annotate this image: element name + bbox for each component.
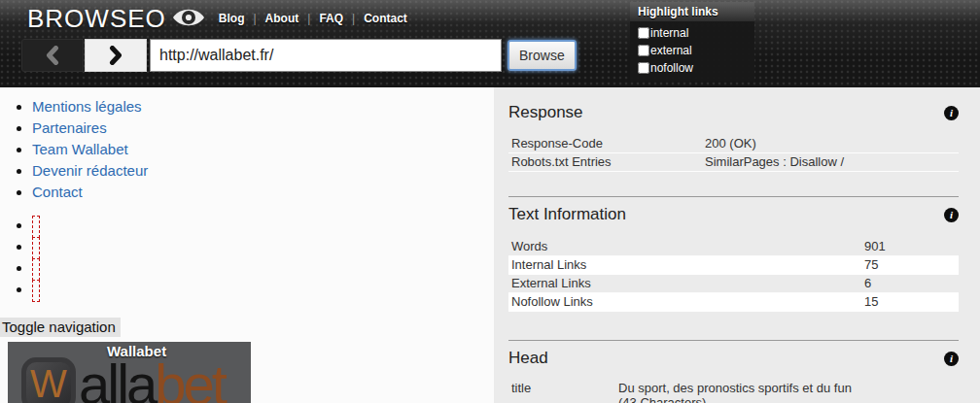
preview-link-mentions-legales[interactable]: Mentions légales [32,98,142,115]
nav-link-about[interactable]: About [265,12,299,25]
section-title-head: Head [508,349,548,368]
list-item: Partenaires [32,120,494,135]
nav-link-faq[interactable]: FAQ [319,12,343,25]
row-value: 75 [861,256,959,275]
forward-button[interactable] [85,39,147,72]
row-value: 6 [861,275,959,293]
head-table: title Du sport, des pronostics sportifs … [508,380,959,403]
browse-button[interactable]: Browse [508,40,577,71]
row-label: Internal Links [508,256,861,275]
nofollow-label: nofollow [650,62,693,74]
row-label: Robots.txt Entries [508,153,702,172]
browseo-logo: BROWSEO [27,4,166,34]
highlight-option-external: external [630,39,754,56]
section-divider [508,340,959,341]
nav-separator: | [253,12,256,25]
logo-row: BROWSEO Blog | About | FAQ | Contact [0,0,980,31]
row-label: External Links [508,275,861,293]
info-icon[interactable]: i [944,106,959,120]
back-button[interactable] [21,39,84,72]
table-row: Words 901 [508,238,959,256]
empty-highlighted-link[interactable] [32,280,40,302]
table-row: Robots.txt Entries SimilarPages : Disall… [508,153,959,172]
row-value: Du sport, des pronostics sportifs et du … [615,380,959,403]
preview-link-team-wallabet[interactable]: Team Wallabet [32,141,128,157]
table-row: External Links 6 [508,275,959,293]
wallabet-logo-image: Wallabet W alla bet [8,342,251,403]
empty-highlighted-link[interactable] [32,258,40,281]
head-section-header: Head i [508,349,959,368]
info-icon[interactable]: i [944,208,959,222]
list-item [32,281,494,302]
list-item [32,238,494,259]
wallabet-letters-brown: bet [155,352,225,403]
title-value-line2: (43 Characters) [618,395,956,403]
empty-highlighted-link[interactable] [32,216,40,238]
preview-link-contact[interactable]: Contact [32,184,83,200]
url-toolbar: Browse [0,31,980,72]
top-navigation: Blog | About | FAQ | Contact [219,12,407,25]
main-content: Mentions légales Partenaires Team Wallab… [0,87,980,403]
list-item [32,259,494,281]
nav-separator: | [307,12,310,25]
nofollow-checkbox[interactable] [638,62,649,74]
preview-link-list: Mentions légales Partenaires Team Wallab… [0,99,494,199]
table-row: Internal Links 75 [508,256,959,275]
row-label: Response-Code [508,135,702,153]
external-checkbox[interactable] [638,45,649,56]
list-item [32,217,494,238]
response-section-header: Response i [508,103,959,122]
list-item: Devenir rédacteur [32,163,494,178]
wallabet-wordmark: W alla bet [21,352,225,403]
list-item: Contact [32,185,494,199]
highlight-links-title: Highlight links [630,2,754,21]
info-icon[interactable]: i [944,352,959,366]
table-row: title Du sport, des pronostics sportifs … [508,380,959,403]
chevron-right-icon [108,46,123,65]
highlight-option-nofollow: nofollow [630,56,754,74]
nav-link-contact[interactable]: Contact [364,12,407,25]
title-value-line1: Du sport, des pronostics sportifs et du … [618,381,956,395]
wallabet-letters-dark: alla [79,352,155,403]
row-value: 200 (OK) [702,135,959,153]
seo-report-pane: Response i Response-Code 200 (OK) Robots… [494,87,980,403]
eye-icon [172,7,205,32]
preview-link-partenaires[interactable]: Partenaires [32,119,107,136]
nav-separator: | [352,12,355,25]
row-label: Words [508,238,861,256]
table-row: Nofollow Links 15 [508,293,959,312]
section-title-response: Response [508,103,583,122]
text-information-section-header: Text Information i [508,205,959,224]
chevron-left-icon [45,46,60,65]
internal-checkbox[interactable] [638,27,649,39]
row-label: title [508,380,615,403]
row-label: Nofollow Links [508,293,861,312]
app-header: BROWSEO Blog | About | FAQ | Contact [0,0,980,87]
section-divider [508,196,959,197]
highlight-links-panel: Highlight links internal external nofoll… [630,2,754,82]
toggle-navigation-button[interactable]: Toggle navigation [0,318,121,337]
internal-label: internal [650,27,688,39]
list-item: Team Wallabet [32,142,494,156]
table-row: Response-Code 200 (OK) [508,135,959,153]
wallabet-w-badge: W [21,357,76,403]
row-value: 901 [861,238,959,256]
url-input[interactable] [150,39,502,72]
text-information-table: Words 901 Internal Links 75 External Lin… [508,238,959,312]
nav-link-blog[interactable]: Blog [219,12,245,25]
row-value: 15 [861,293,959,312]
empty-link-list [0,217,494,302]
section-title-text-information: Text Information [508,205,626,224]
page-preview-pane: Mentions légales Partenaires Team Wallab… [0,87,494,403]
list-item: Mentions légales [32,99,494,114]
highlight-option-internal: internal [630,21,754,39]
response-table: Response-Code 200 (OK) Robots.txt Entrie… [508,135,959,172]
row-value: SimilarPages : Disallow / [702,153,959,172]
empty-highlighted-link[interactable] [32,237,40,259]
external-label: external [650,45,692,56]
preview-link-devenir-redacteur[interactable]: Devenir rédacteur [32,162,148,179]
